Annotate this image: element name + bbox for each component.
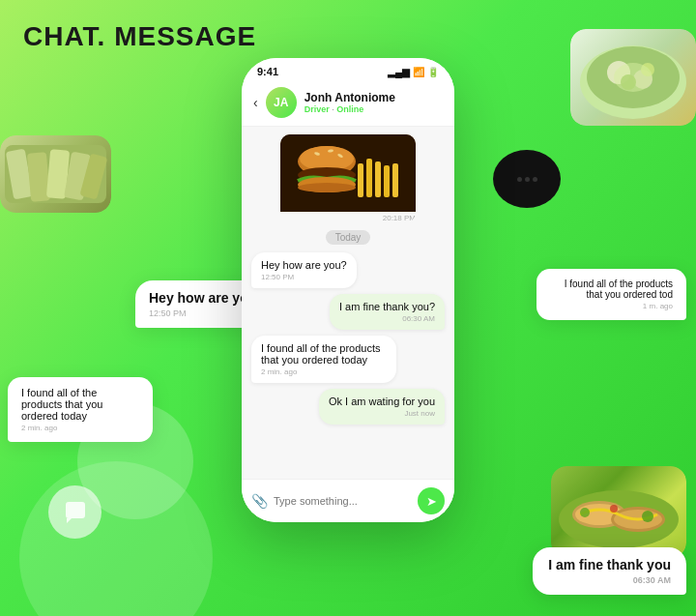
- msg1-text: Hey how are you?: [261, 259, 347, 271]
- avatar: JA: [266, 87, 297, 118]
- msg4-time: Just now: [329, 409, 435, 418]
- message-4: Ok I am wating for you Just now: [319, 389, 445, 425]
- contact-info: Jonh Antoniome Driver · Online: [304, 91, 443, 114]
- food-image-rolls: [0, 135, 111, 213]
- msg3-text: I found all of the products that you ord…: [261, 342, 387, 366]
- svg-point-34: [298, 183, 356, 192]
- message-input[interactable]: [274, 495, 412, 507]
- float-bubble-fine: I am fine thank you 06:30 AM: [533, 547, 686, 595]
- image-message: 20:18 PM: [280, 134, 416, 222]
- battery-icon: 🔋: [427, 67, 439, 77]
- food-image-salad: [570, 29, 696, 126]
- msg2-text: I am fine thank you?: [339, 301, 435, 312]
- svg-point-20: [610, 505, 618, 513]
- speaker-device: [493, 150, 561, 208]
- status-time: 9:41: [257, 66, 278, 77]
- svg-point-19: [642, 511, 653, 522]
- msg4-text: Ok I am wating for you: [329, 396, 435, 407]
- msg1-time: 12:50 PM: [261, 273, 347, 281]
- status-icons: ▂▄▆ 📶 🔋: [388, 67, 439, 77]
- svg-rect-26: [392, 163, 398, 197]
- svg-rect-22: [358, 163, 363, 197]
- msg2-time: 06:30 AM: [339, 314, 435, 323]
- message-3: I found all of the products that you ord…: [251, 336, 396, 383]
- chat-header: ‹ JA Jonh Antoniome Driver · Online: [242, 81, 454, 127]
- svg-rect-25: [384, 165, 390, 197]
- chat-icon: [48, 485, 102, 539]
- image-timestamp: 20:18 PM: [280, 214, 416, 222]
- chat-input-area: 📎 ➤: [242, 479, 454, 522]
- msg3-time: 2 min. ago: [261, 367, 387, 376]
- float-bubble-found-right: I found all of the products that you ord…: [536, 269, 686, 320]
- svg-point-18: [580, 508, 590, 517]
- signal-icon: ▂▄▆: [388, 67, 410, 77]
- message-1: Hey how are you? 12:50 PM: [251, 252, 357, 288]
- contact-status: Driver · Online: [304, 104, 443, 114]
- float-bubble-found-left-text: I found all of the products that you ord…: [21, 387, 139, 422]
- float-bubble-found-right-time: 1 m. ago: [550, 302, 673, 310]
- svg-point-6: [614, 63, 652, 92]
- back-button[interactable]: ‹: [253, 95, 258, 110]
- page-title: CHAT. MESSAGE: [23, 21, 256, 52]
- float-bubble-found-left: I found all of the products that you ord…: [8, 377, 153, 442]
- send-button[interactable]: ➤: [418, 487, 445, 514]
- wifi-icon: 📶: [413, 67, 424, 77]
- status-bar: 9:41 ▂▄▆ 📶 🔋: [242, 58, 454, 81]
- attach-icon[interactable]: 📎: [251, 493, 268, 509]
- phone-mockup: 9:41 ▂▄▆ 📶 🔋 ‹ JA Jonh Antoniome Driver …: [242, 58, 454, 522]
- chat-body[interactable]: 20:18 PM Today Hey how are you? 12:50 PM…: [242, 127, 454, 479]
- float-bubble-found-right-text: I found all of the products that you ord…: [550, 279, 673, 300]
- message-2: I am fine thank you? 06:30 AM: [330, 294, 445, 330]
- contact-name: Jonh Antoniome: [304, 91, 443, 104]
- float-bubble-found-left-time: 2 min. ago: [21, 424, 139, 432]
- float-bubble-fine-text: I am fine thank you: [548, 557, 671, 572]
- svg-rect-24: [375, 161, 381, 197]
- svg-rect-23: [366, 159, 372, 197]
- float-bubble-fine-time: 06:30 AM: [548, 575, 671, 585]
- today-divider: Today: [326, 230, 371, 245]
- food-image-hotdog: [551, 466, 686, 558]
